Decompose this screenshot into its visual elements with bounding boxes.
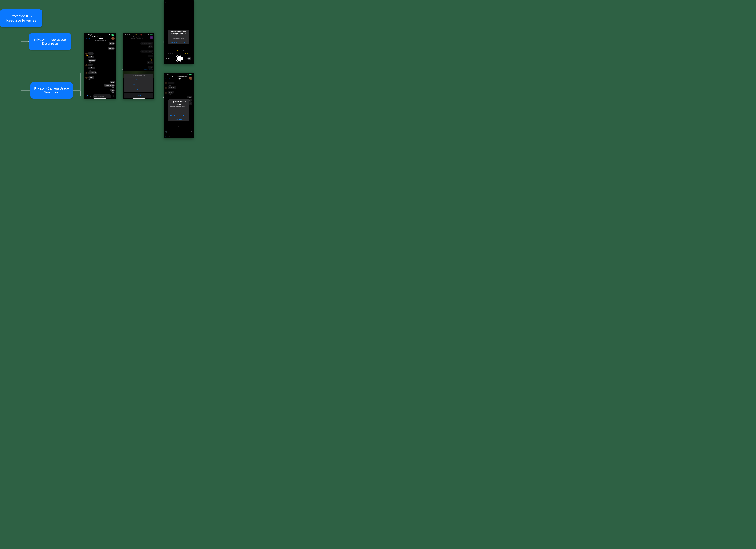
dnd-icon (169, 73, 171, 75)
svg-rect-15 (184, 74, 184, 75)
home-indicator[interactable] (94, 98, 106, 99)
sender-avatar[interactable] (85, 53, 88, 55)
sender-avatar[interactable] (85, 64, 88, 66)
svg-rect-17 (185, 74, 185, 75)
command-button[interactable]: ⨍ (89, 95, 92, 98)
sender-avatar[interactable] (85, 72, 88, 74)
svg-rect-14 (184, 75, 184, 75)
sheet-option-camera[interactable]: Camera (124, 77, 153, 82)
mode-photo[interactable]: PHOTO (179, 53, 189, 54)
zoom-2[interactable]: 2 (181, 50, 182, 51)
zoom-0-5[interactable]: 0,5 (173, 50, 176, 51)
reaction-icon[interactable]: 👍 (86, 55, 88, 56)
back-button[interactable]: ‹ Back (165, 77, 170, 79)
message-meta: 2 ✓ 12.30 (85, 50, 114, 52)
dnd-icon (90, 34, 92, 36)
alert-deny-button[interactable]: Don't Allow (168, 41, 179, 44)
message-bubble[interactable]: Oui (88, 64, 93, 66)
photo-picker-tabs: ▥ ▭ (164, 135, 194, 137)
message-bubble[interactable]: Asdasd (88, 67, 95, 69)
send-icon[interactable]: ➤ (191, 131, 192, 133)
chat-header: ‹ Back C-3PO, Darth Maul and 1 more last… (164, 75, 194, 81)
message-bubble: Test (187, 96, 192, 98)
message-meta: 15.17 (168, 94, 192, 95)
avatar[interactable] (111, 37, 115, 40)
message-bubble[interactable]: Test (110, 81, 115, 83)
svg-rect-1 (107, 35, 107, 36)
alert-ok-button[interactable]: OK (179, 41, 189, 44)
message-bubble[interactable]: Hello (88, 56, 94, 58)
svg-rect-4 (108, 34, 108, 35)
connector-anchor (85, 93, 87, 95)
message-meta: 15.07 (88, 62, 115, 63)
attach-icon[interactable]: 📎 (165, 131, 167, 133)
mode-video[interactable]: VIDEO (168, 53, 178, 54)
screenshot-chat: 12.22 ⚡ ‹ Back C-3PO, Darth Maul and 1 m… (84, 33, 116, 99)
back-label: Back (86, 38, 90, 39)
camera-cancel-button[interactable]: Cancel (166, 58, 171, 59)
message-bubble[interactable]: Adsko (109, 42, 115, 45)
node-camera-usage[interactable]: Privacy - Camera Usage Description (30, 82, 73, 99)
svg-rect-20 (189, 74, 191, 75)
back-button[interactable]: ‹ Back (85, 38, 90, 39)
clock: 13.33 (165, 73, 169, 75)
chat-title[interactable]: C-3PO, Darth Maul and 1 more (90, 36, 111, 39)
alert-body: PhotoFilesUsageDemo would like to access… (168, 36, 189, 41)
sheet-option-photo[interactable]: Photo or Video (124, 82, 153, 87)
message-meta: ✓ 19.59 (85, 87, 114, 88)
message-bubble[interactable]: Asdad (88, 76, 95, 79)
command-icon[interactable]: ⨍ (169, 131, 170, 133)
photos-tab-icon[interactable]: ▥ (165, 135, 167, 137)
message-bubble[interactable]: Aaaaaaa (88, 59, 96, 62)
message-meta: 15.09 (168, 85, 192, 86)
folder-tab-icon[interactable]: ▭ (169, 135, 170, 137)
message-bubble[interactable]: Zxczxczxc (88, 71, 97, 74)
message-bubble[interactable]: Wow very cool (104, 84, 115, 87)
screenshot-photos-permission: 13.33 ‹ Back C-3PO, Darth Maul and 1 mor… (164, 73, 194, 138)
message-meta: 2 ✓2 ✓ 5.055.05 (85, 45, 114, 47)
message-bubble[interactable]: Yoyo (88, 52, 94, 55)
message-bubble[interactable]: T4es la (108, 47, 115, 50)
svg-rect-16 (185, 74, 185, 75)
placeholder: Send a message (94, 95, 104, 97)
message-bubble[interactable]: Aaa (110, 89, 115, 92)
svg-rect-10 (113, 96, 114, 96)
flip-camera-button[interactable]: ⟳ (187, 57, 191, 60)
alert-select-photos-button[interactable]: Select Photos... (168, 110, 189, 114)
zoom-1x[interactable]: 1× (177, 50, 179, 51)
svg-rect-21 (192, 74, 192, 75)
svg-rect-2 (107, 34, 107, 35)
sheet-cancel[interactable]: Cancel (124, 93, 153, 98)
wifi-icon (186, 74, 188, 75)
clock: 12.22 (86, 34, 90, 36)
node-photo-label: Privacy - Photo Usage Description (33, 38, 68, 46)
message-bubble: Zxczxczxc (168, 86, 176, 89)
screenshot-action-sheet: 11.25 🗓 🔒 ‹ Noisy Night last seen 10 mon… (123, 33, 154, 99)
sender-avatar[interactable] (85, 77, 88, 79)
zoom-selector[interactable]: 0,5 1× 2 3 (164, 50, 194, 51)
message-input-bar: ⨍ Send a message (84, 94, 116, 98)
message-input[interactable]: Send a message (93, 94, 111, 98)
message-bubble: Asdad (168, 91, 174, 94)
alert-allow-all-button[interactable]: Allow Access to All Photos (168, 114, 189, 118)
attachment-action-sheet: Choose attachment type: Camera Photo or … (124, 74, 153, 98)
svg-rect-0 (106, 35, 106, 35)
capture-mode-selector[interactable]: VIDEO PHOTO (164, 53, 194, 54)
cellular-icon (106, 34, 108, 35)
sheet-option-file[interactable]: File (124, 87, 153, 92)
zoom-3[interactable]: 3 (183, 50, 184, 51)
screenshot-camera-permission: ⚡︎ "PhotoFilesUsageDemo" Would Like to A… (164, 0, 194, 64)
node-photo-usage[interactable]: Privacy - Photo Usage Description (29, 33, 71, 50)
picker-toolbar: 📎 ⨍ ➤ (164, 131, 194, 133)
shutter-button[interactable] (176, 55, 182, 62)
alert-deny-button[interactable]: Don't Allow (168, 118, 189, 121)
mic-button[interactable] (112, 95, 115, 98)
node-camera-label: Privacy - Camera Usage Description (34, 86, 69, 94)
home-indicator[interactable] (133, 98, 145, 99)
message-bubble: Asdasd (168, 82, 175, 84)
spinner-icon: ✳︎ (178, 126, 179, 128)
flash-icon[interactable]: ⚡︎ (165, 1, 166, 3)
message-meta: 15.09 (88, 70, 115, 71)
node-root[interactable]: Protected iOS Resource Privacies (0, 9, 42, 27)
message-list[interactable]: Adsko 2 ✓2 ✓ 5.055.05 T4es la 2 ✓ 12.30 … (84, 42, 116, 94)
